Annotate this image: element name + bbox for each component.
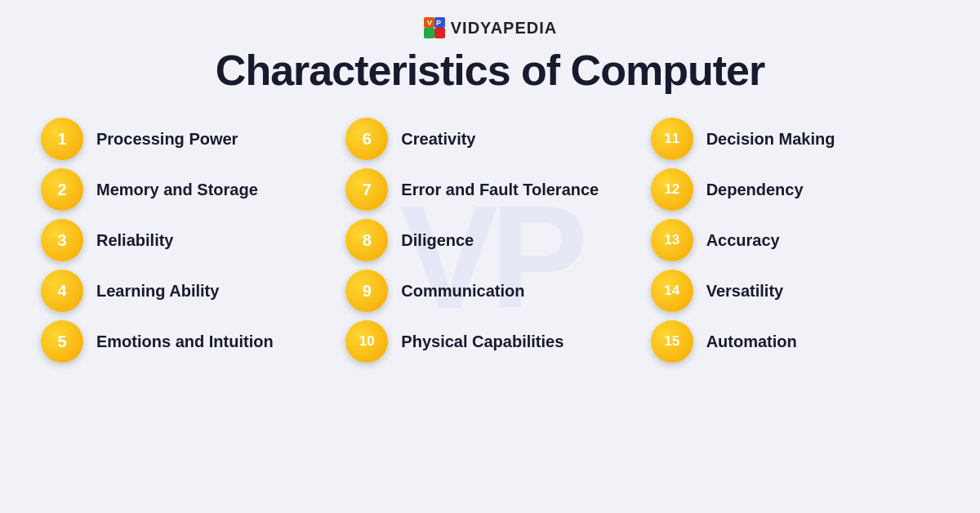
item-badge: 12 — [651, 168, 693, 211]
item-badge: 6 — [345, 118, 388, 160]
item-label: Physical Capabilities — [401, 332, 564, 351]
item-badge: 15 — [651, 320, 693, 363]
item-label: Reliability — [96, 231, 173, 250]
svg-rect-2 — [424, 28, 434, 38]
item-badge: 13 — [651, 219, 693, 261]
list-item: 12Dependency — [651, 168, 939, 211]
item-label: Processing Power — [96, 130, 238, 149]
svg-rect-3 — [434, 28, 445, 38]
item-badge: 5 — [41, 320, 83, 363]
list-item: 9Communication — [345, 270, 634, 312]
item-label: Dependency — [706, 181, 804, 199]
item-label: Diligence — [401, 231, 474, 250]
header: V P VIDYAPEDIA Characteristics of Comput… — [41, 16, 939, 95]
item-badge: 7 — [345, 168, 388, 211]
item-badge: 1 — [41, 118, 83, 160]
item-label: Learning Ability — [96, 282, 219, 301]
item-badge: 11 — [651, 118, 693, 160]
item-label: Error and Fault Tolerance — [401, 181, 599, 199]
item-badge: 3 — [41, 219, 83, 261]
list-item: 2Memory and Storage — [41, 168, 329, 211]
list-item: 7Error and Fault Tolerance — [345, 168, 634, 211]
item-badge: 14 — [651, 270, 693, 312]
item-label: Emotions and Intuition — [96, 332, 274, 351]
item-badge: 10 — [345, 320, 388, 363]
list-item: 8Diligence — [345, 219, 634, 261]
item-label: Decision Making — [706, 130, 835, 149]
item-label: Accuracy — [706, 231, 780, 250]
item-badge: 2 — [41, 168, 83, 211]
item-badge: 9 — [345, 270, 388, 312]
item-label: Creativity — [401, 130, 475, 149]
list-item: 13Accuracy — [651, 219, 939, 261]
list-item: 11Decision Making — [651, 118, 939, 160]
list-item: 14Versatility — [651, 270, 939, 312]
item-label: Memory and Storage — [96, 181, 258, 199]
list-item: 10Physical Capabilities — [345, 320, 634, 363]
svg-text:P: P — [436, 19, 441, 27]
svg-text:V: V — [427, 19, 432, 27]
item-label: Communication — [401, 282, 524, 301]
list-item: 1Processing Power — [41, 118, 329, 160]
list-item: 6Creativity — [345, 118, 634, 160]
list-item: 15Automation — [651, 320, 939, 363]
brand-logo-icon: V P — [423, 16, 446, 39]
item-badge: 4 — [41, 270, 83, 312]
list-item: 4Learning Ability — [41, 270, 329, 312]
main-container: V P VIDYAPEDIA Characteristics of Comput… — [0, 0, 980, 379]
brand-name: VIDYAPEDIA — [451, 19, 557, 38]
list-item: 5Emotions and Intuition — [41, 320, 329, 363]
item-label: Automation — [706, 332, 797, 351]
brand: V P VIDYAPEDIA — [41, 16, 939, 39]
list-item: 3Reliability — [41, 219, 329, 261]
items-grid: 1Processing Power6Creativity11Decision M… — [41, 118, 939, 363]
item-badge: 8 — [345, 219, 388, 261]
page-title: Characteristics of Computer — [41, 46, 939, 95]
item-label: Versatility — [706, 282, 784, 301]
